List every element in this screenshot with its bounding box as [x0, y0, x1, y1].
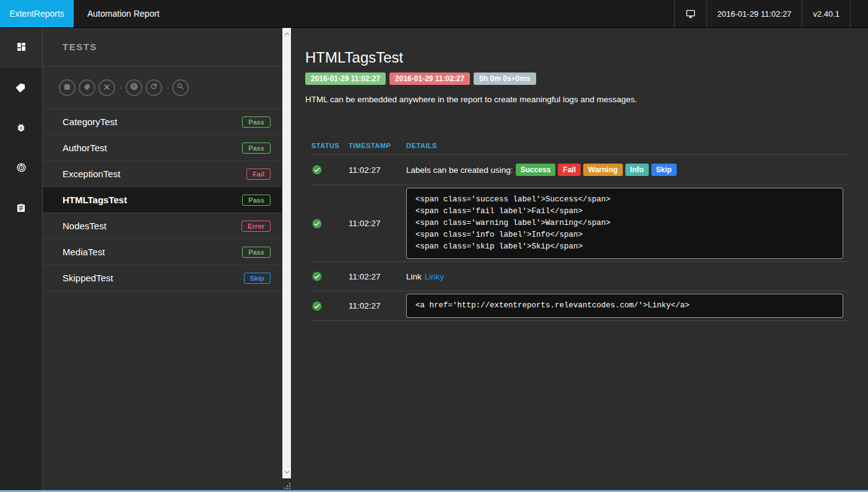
tests-panel-scrollbar[interactable] — [282, 28, 291, 478]
test-detail-title: HTMLTagsTest — [305, 49, 849, 66]
log-timestamp: 11:02:27 — [349, 219, 406, 228]
close-icon — [103, 82, 110, 93]
log-timestamp: 11:02:27 — [349, 165, 406, 175]
dashboard-icon — [16, 42, 27, 55]
filter-separator-dot: · — [119, 82, 123, 92]
code-line: <span class='success label'>Success</spa… — [415, 195, 610, 204]
sidebar-item-categories[interactable] — [0, 68, 42, 108]
tests-filter-toolbar: · · — [43, 66, 282, 109]
sidebar-item-exceptions[interactable] — [0, 108, 42, 149]
test-status-badge: Pass — [242, 116, 271, 128]
refresh-icon — [150, 82, 158, 93]
track-changes-button[interactable] — [126, 79, 142, 96]
tag-filter-icon — [84, 82, 91, 93]
pass-check-icon — [311, 218, 349, 229]
category-filter-button[interactable] — [79, 79, 95, 96]
log-table: STATUS TIMESTAMP DETAILS 11:02:27 Labels… — [305, 142, 849, 321]
pass-check-icon — [311, 164, 349, 175]
sidebar-item-testrunner-logs[interactable] — [0, 189, 42, 229]
track-changes-icon — [16, 162, 27, 175]
filter-separator-dot: · — [167, 82, 170, 92]
end-time-badge: 2016-01-29 11:02:27 — [389, 72, 470, 85]
test-name: NodesTest — [63, 221, 106, 231]
test-status-badge: Skip — [244, 273, 271, 284]
test-list-item[interactable]: ExceptionTest Fail — [43, 161, 282, 187]
log-row: 11:02:27 Link Linky — [311, 262, 849, 291]
search-button[interactable] — [172, 79, 189, 96]
brand-logo[interactable]: ExtentReports — [0, 0, 74, 27]
report-version: v2.40.1 — [802, 0, 850, 27]
test-list-item[interactable]: AuthorTest Pass — [43, 135, 282, 161]
panel-resize-grip[interactable] — [282, 478, 292, 490]
test-time-badges: 2016-01-29 11:02:27 2016-01-29 11:02:27 … — [305, 72, 849, 85]
bug-icon — [16, 123, 26, 135]
log-details: Link Linky — [406, 272, 849, 281]
timestamp-column-header: TIMESTAMP — [349, 142, 406, 149]
test-list-item[interactable]: CategoryTest Pass — [43, 109, 282, 135]
log-text: Labels can be created using: — [406, 165, 513, 175]
test-status-badge: Pass — [242, 143, 271, 154]
clear-filters-button[interactable] — [98, 79, 115, 96]
monitor-icon — [685, 9, 696, 19]
search-icon — [176, 82, 184, 93]
test-name: HTMLTagsTest — [63, 195, 127, 205]
navbar-right: 2016-01-29 11:02:27 v2.40.1 — [674, 0, 868, 27]
log-details: Labels can be created using: Success Fai… — [406, 164, 849, 176]
code-block: <a href='http://extentreports.relevantco… — [406, 294, 843, 318]
clipboard-icon — [16, 203, 26, 216]
navbar-spacer — [850, 0, 868, 27]
success-label: Success — [516, 164, 556, 176]
display-mode-button[interactable] — [674, 0, 706, 27]
code-block: <span class='success label'>Success</spa… — [406, 188, 843, 259]
test-name: ExceptionTest — [63, 169, 120, 179]
test-list-item[interactable]: SkippedTest Skip — [43, 265, 282, 291]
test-name: SkippedTest — [63, 273, 113, 283]
sidebar-item-tests[interactable] — [0, 28, 42, 68]
code-line: <span class='info label'>Info</span> — [415, 231, 583, 239]
details-column-header: DETAILS — [406, 142, 849, 149]
test-list: CategoryTest Pass AuthorTest Pass Except… — [43, 109, 282, 291]
scroll-up-arrow[interactable] — [282, 30, 292, 38]
pass-check-icon — [311, 301, 349, 312]
pass-check-icon — [311, 271, 349, 282]
status-column-header: STATUS — [311, 142, 349, 149]
log-details: <a href='http://extentreports.relevantco… — [406, 294, 849, 318]
info-label: Info — [625, 164, 649, 176]
test-name: CategoryTest — [63, 116, 117, 127]
refresh-button[interactable] — [145, 79, 162, 96]
test-description: HTML can be embedded anywhere in the rep… — [305, 94, 849, 105]
scroll-down-arrow[interactable] — [282, 468, 292, 477]
code-line: <span class='fail label'>Fail</span> — [415, 207, 583, 216]
code-line: <span class='warning label'>Warning</spa… — [415, 219, 610, 227]
tests-panel-title: TESTS — [43, 28, 282, 66]
log-table-header: STATUS TIMESTAMP DETAILS — [311, 142, 849, 155]
skip-label: Skip — [651, 164, 677, 176]
log-text: Link — [406, 272, 422, 281]
icon-sidebar — [0, 28, 42, 490]
linky-link[interactable]: Linky — [425, 272, 445, 281]
report-title: Automation Report — [87, 0, 160, 27]
log-timestamp: 11:02:27 — [349, 301, 406, 310]
track-changes-icon — [130, 82, 138, 93]
log-timestamp: 11:02:27 — [349, 272, 406, 281]
test-detail-view: HTMLTagsTest 2016-01-29 11:02:27 2016-01… — [291, 28, 868, 490]
test-list-item-selected[interactable]: HTMLTagsTest Pass — [43, 187, 282, 213]
test-list-item[interactable]: NodesTest Error — [43, 213, 282, 239]
code-line: <span class='skip label'>Skip</span> — [415, 242, 583, 251]
sidebar-item-dashboard-gauge[interactable] — [0, 149, 42, 189]
test-list-item[interactable]: MediaTest Pass — [43, 239, 282, 265]
log-row: 11:02:27 <span class='success label'>Suc… — [311, 185, 849, 262]
brand-label: ExtentReports — [9, 9, 64, 19]
test-status-badge: Pass — [242, 247, 271, 258]
duration-badge: 0h 0m 0s+0ms — [474, 72, 536, 85]
status-label-icon — [64, 82, 71, 93]
log-row: 11:02:27 <a href='http://extentreports.r… — [311, 291, 849, 321]
code-line: <a href='http://extentreports.relevantco… — [415, 301, 690, 310]
tests-panel: TESTS · · — [42, 28, 282, 490]
warning-label: Warning — [583, 164, 623, 176]
test-status-badge: Pass — [242, 195, 271, 206]
fail-label: Fail — [558, 164, 581, 176]
status-filter-button[interactable] — [59, 79, 76, 96]
test-status-badge: Fail — [246, 169, 271, 180]
log-details: <span class='success label'>Success</spa… — [406, 188, 849, 259]
